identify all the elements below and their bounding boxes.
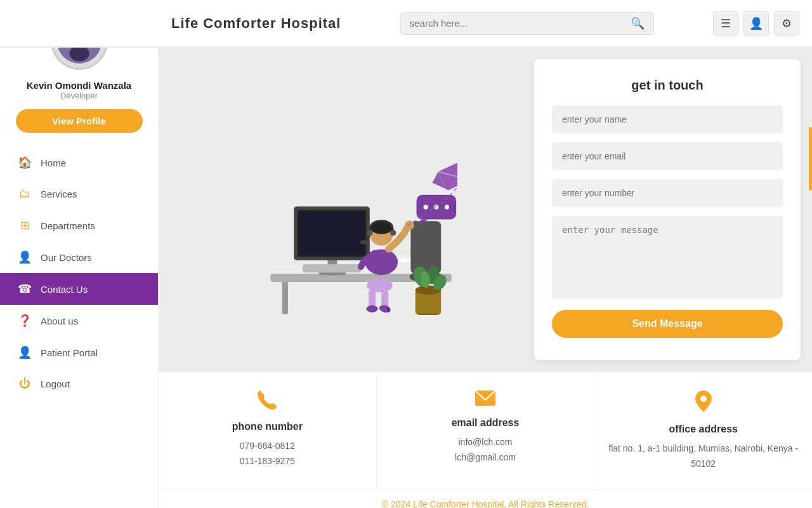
search-bar: 🔍 [400,12,654,35]
view-profile-button[interactable]: View Profile [16,109,143,133]
svg-rect-8 [282,282,288,314]
svg-rect-28 [387,308,390,312]
svg-rect-15 [303,265,361,273]
user-name: Kevin Omondi Wanzala [27,80,131,91]
user-role: Developer [60,91,98,100]
phone-numbers: 079-664-0812 011-183-9275 [171,439,363,469]
illustration-area [159,48,534,371]
svg-rect-24 [369,290,376,308]
contact-form: get in touch Send Message [534,59,801,360]
settings-button[interactable]: ⚙ [774,11,799,36]
svg-point-31 [367,230,372,236]
menu-button[interactable]: ☰ [713,11,738,36]
sidebar: Kevin Omondi Wanzala Developer View Prof… [0,0,159,508]
email-2: lch@gmail.com [390,450,582,465]
sidebar-item-contact-us[interactable]: ☎ Contact Us [0,273,158,305]
footer-text: © 2024 Life Comforter Hospital. All Righ… [382,499,589,508]
scroll-accent [809,127,812,190]
email-icon [390,390,582,411]
user-button[interactable]: 👤 [743,11,769,36]
patient-portal-icon: 👤 [18,345,32,359]
header-actions: ☰ 👤 ⚙ [713,11,799,36]
sidebar-item-patient-portal[interactable]: 👤 Patient Portal [0,337,158,368]
email-1: info@lch.com [390,435,582,450]
header: Life Comforter Hospital 🔍 ☰ 👤 ⚙ [0,0,812,48]
main-content: get in touch Send Message phone number 0… [159,48,812,508]
message-input[interactable] [552,216,783,298]
our-doctors-icon: 👤 [18,250,32,264]
form-title: get in touch [552,78,783,93]
sidebar-item-patient-portal-label: Patient Portal [41,347,98,358]
phone-card: phone number 079-664-0812 011-183-9275 [159,372,377,490]
svg-point-37 [424,205,428,210]
sidebar-item-services-label: Services [41,189,77,199]
sidebar-item-logout[interactable]: ⏻ Logout [0,368,158,399]
name-input[interactable] [552,105,783,133]
sidebar-item-home[interactable]: 🏠 Home [0,147,158,178]
svg-point-49 [700,396,707,402]
svg-point-39 [445,205,449,210]
svg-point-30 [370,220,393,234]
svg-rect-14 [299,213,363,255]
address-text: flat no. 1, a-1 building, Mumias, Nairob… [607,441,799,472]
search-button[interactable]: 🔍 [631,17,645,30]
email-addresses: info@lch.com lch@gmail.com [390,435,582,465]
phone-icon [171,390,363,415]
address-card: office address flat no. 1, a-1 building,… [594,372,812,490]
home-icon: 🏠 [18,156,32,170]
info-cards: phone number 079-664-0812 011-183-9275 e… [159,371,812,490]
sidebar-item-about-us-label: About us [41,316,78,326]
sidebar-item-contact-us-label: Contact Us [41,284,88,295]
svg-point-34 [405,220,414,230]
svg-rect-33 [360,241,367,244]
sidebar-item-departments-label: Departments [41,220,95,231]
sidebar-item-our-doctors-label: Our Doctors [41,252,92,263]
sidebar-item-services[interactable]: 🗂 Services [0,178,158,210]
address-card-title: office address [607,424,799,435]
logout-icon: ⏻ [18,377,32,391]
email-input[interactable] [552,142,783,170]
phone-number-2: 011-183-9275 [171,454,363,469]
address-icon [607,390,799,417]
phone-number-1: 079-664-0812 [171,439,363,454]
email-card: email address info@lch.com lch@gmail.com [377,372,595,490]
services-icon: 🗂 [18,187,32,201]
contact-illustration [235,104,457,315]
search-input[interactable] [410,18,631,29]
svg-point-26 [366,305,377,312]
sidebar-item-home-label: Home [41,157,66,168]
phone-card-title: phone number [171,421,363,432]
number-input[interactable] [552,179,783,207]
sidebar-item-about-us[interactable]: ❓ About us [0,305,158,337]
svg-rect-19 [410,221,441,274]
send-message-button[interactable]: Send Message [552,310,783,338]
contact-section: get in touch Send Message [159,48,812,371]
nav-list: 🏠 Home 🗂 Services ⊞ Departments 👤 Our Do… [0,147,158,399]
svg-point-5 [69,46,89,62]
hospital-title: Life Comforter Hospital [171,15,341,32]
svg-rect-25 [381,290,388,308]
email-card-title: email address [390,417,582,429]
contact-us-icon: ☎ [18,282,32,296]
svg-point-32 [390,230,396,236]
sidebar-item-departments[interactable]: ⊞ Departments [0,210,158,241]
footer: © 2024 Life Comforter Hospital. All Righ… [159,490,812,508]
about-us-icon: ❓ [18,314,32,328]
departments-icon: ⊞ [18,218,32,232]
sidebar-item-our-doctors[interactable]: 👤 Our Doctors [0,241,158,273]
sidebar-item-logout-label: Logout [41,378,70,389]
